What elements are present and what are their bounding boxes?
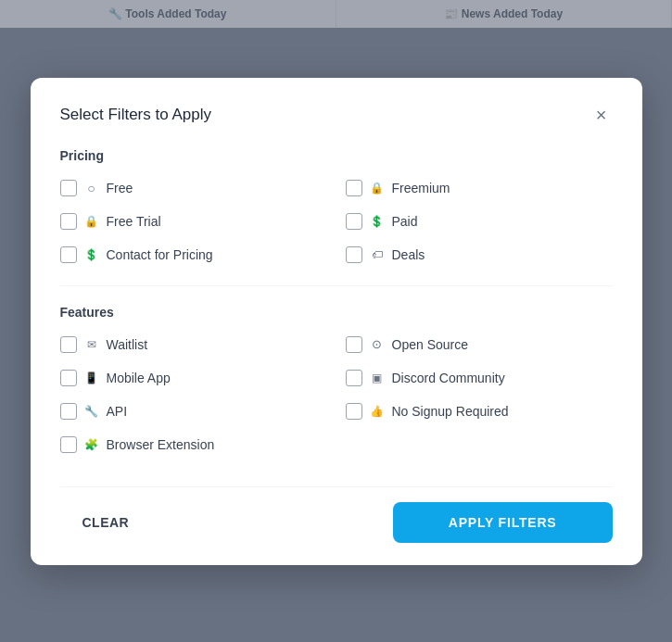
deals-label: Deals — [392, 247, 425, 262]
dollar-icon-contact: 💲 — [84, 248, 99, 261]
lock-icon-freemium: 🔒 — [370, 182, 385, 195]
pricing-section: Pricing ○ Free 🔒 Freemium 🔒 Free Trial — [60, 148, 613, 267]
filter-item-api[interactable]: 🔧 API — [60, 399, 327, 423]
free-label: Free — [107, 181, 133, 195]
puzzle-icon: 🧩 — [84, 438, 99, 451]
tag-icon: 🏷 — [370, 248, 385, 261]
checkbox-free-trial[interactable] — [60, 213, 77, 230]
checkbox-contact[interactable] — [60, 246, 77, 263]
filter-item-mobile[interactable]: 📱 Mobile App — [60, 366, 327, 390]
checkbox-no-signup[interactable] — [346, 403, 362, 420]
paid-label: Paid — [392, 214, 418, 229]
thumbsup-icon: 👍 — [370, 405, 385, 418]
envelope-icon: ✉ — [84, 338, 99, 351]
contact-label: Contact for Pricing — [107, 247, 213, 262]
features-label: Features — [60, 305, 613, 320]
open-source-label: Open Source — [392, 337, 469, 352]
filter-item-open-source[interactable]: ⊙ Open Source — [346, 333, 613, 357]
clear-button[interactable]: CLEAR — [60, 504, 152, 541]
modal-header: Select Filters to Apply × — [60, 104, 613, 126]
filter-item-contact[interactable]: 💲 Contact for Pricing — [60, 243, 327, 267]
filter-item-freemium[interactable]: 🔒 Freemium — [346, 176, 613, 200]
modal-title: Select Filters to Apply — [60, 106, 211, 124]
features-section: Features ✉ Waitlist ⊙ Open Source 📱 Mobi… — [60, 305, 613, 457]
discord-icon: ▣ — [370, 371, 385, 384]
pricing-grid: ○ Free 🔒 Freemium 🔒 Free Trial 💲 Paid — [60, 176, 613, 267]
mobile-label: Mobile App — [107, 371, 171, 385]
checkbox-free[interactable] — [60, 180, 77, 196]
apply-button[interactable]: APPLY FILTERS — [393, 502, 613, 543]
modal-footer: CLEAR APPLY FILTERS — [60, 486, 613, 543]
wrench-icon: 🔧 — [84, 405, 99, 418]
filter-item-discord[interactable]: ▣ Discord Community — [346, 366, 613, 390]
checkbox-browser-ext[interactable] — [60, 436, 77, 453]
github-icon: ⊙ — [370, 337, 385, 351]
filter-item-deals[interactable]: 🏷 Deals — [346, 243, 613, 267]
checkbox-deals[interactable] — [346, 246, 362, 263]
checkbox-waitlist[interactable] — [60, 336, 77, 353]
browser-ext-label: Browser Extension — [107, 437, 215, 452]
features-grid: ✉ Waitlist ⊙ Open Source 📱 Mobile App ▣ — [60, 333, 613, 457]
filter-item-browser-ext[interactable]: 🧩 Browser Extension — [60, 433, 327, 457]
checkbox-freemium[interactable] — [346, 180, 362, 196]
filter-item-no-signup[interactable]: 👍 No Signup Required — [346, 399, 613, 423]
api-label: API — [107, 404, 128, 419]
checkbox-api[interactable] — [60, 403, 77, 420]
filter-item-waitlist[interactable]: ✉ Waitlist — [60, 333, 327, 357]
mobile-icon: 📱 — [84, 371, 99, 384]
checkbox-mobile[interactable] — [60, 370, 77, 386]
discord-label: Discord Community — [392, 371, 505, 385]
filter-item-paid[interactable]: 💲 Paid — [346, 209, 613, 233]
pricing-label: Pricing — [60, 148, 613, 163]
section-divider — [60, 285, 613, 286]
checkbox-open-source[interactable] — [346, 336, 362, 353]
modal-overlay: Select Filters to Apply × Pricing ○ Free… — [0, 0, 672, 642]
close-button[interactable]: × — [590, 104, 613, 126]
free-trial-label: Free Trial — [107, 214, 161, 229]
filter-modal: Select Filters to Apply × Pricing ○ Free… — [31, 78, 642, 565]
filter-item-free-trial[interactable]: 🔒 Free Trial — [60, 209, 327, 233]
waitlist-label: Waitlist — [107, 337, 148, 352]
dollar-icon-paid: 💲 — [370, 215, 385, 228]
checkbox-paid[interactable] — [346, 213, 362, 230]
filter-item-free[interactable]: ○ Free — [60, 176, 327, 200]
freemium-label: Freemium — [392, 181, 450, 195]
no-signup-label: No Signup Required — [392, 404, 509, 419]
lock-icon-trial: 🔒 — [84, 215, 99, 228]
checkbox-discord[interactable] — [346, 370, 362, 386]
check-circle-icon: ○ — [84, 181, 99, 195]
